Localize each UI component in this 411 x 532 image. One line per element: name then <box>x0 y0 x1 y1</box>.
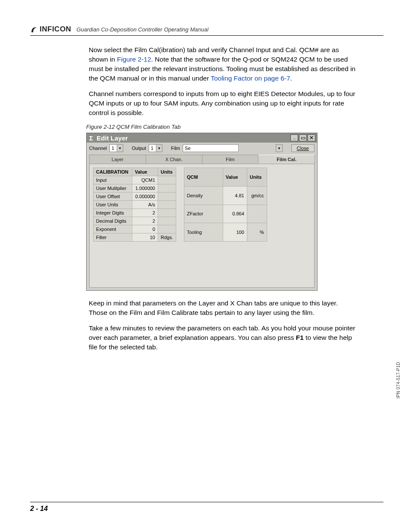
table-row: Exponent0 <box>93 225 176 233</box>
manual-title: Guardian Co-Deposition Controller Operat… <box>76 26 208 33</box>
table-row: User Mulitplier1.000000 <box>93 184 176 193</box>
titlebar: Σ Edit Layer _ ▭ ✕ <box>87 133 317 143</box>
table-row: User Offset0.000000 <box>93 193 176 201</box>
channel-combo[interactable]: 1 ▼ <box>109 144 123 152</box>
tab-film-cal[interactable]: Film Cal. <box>258 155 315 164</box>
chevron-down-icon: ▼ <box>117 145 123 152</box>
paragraph-4: Take a few minutes to review the paramet… <box>89 324 356 352</box>
table-row: Density4.81gm/cc <box>184 186 267 205</box>
table-row: ZFactor0.864 <box>184 205 267 223</box>
col-value: Value <box>223 168 247 187</box>
paragraph-1: Now select the Film Cal(ibration) tab an… <box>89 45 356 83</box>
film-label: Film <box>171 146 180 151</box>
calibration-table: CALIBRATION Value Units InputQCM1 User M… <box>93 168 176 242</box>
figure-caption: Figure 2-12 QCM Film Calibration Tab <box>86 124 383 130</box>
f1-key: F1 <box>296 334 304 341</box>
tab-x-chan[interactable]: X Chan. <box>146 155 202 164</box>
paragraph-3: Keep in mind that parameters on the Laye… <box>89 299 356 317</box>
ipn-code: IPN 074-517-P1D <box>396 362 401 398</box>
tab-film[interactable]: Film <box>202 155 259 164</box>
table-row: User UnitsA/s <box>93 201 176 209</box>
film-dropdown[interactable]: ▼ <box>276 144 283 152</box>
tab-layer[interactable]: Layer <box>89 155 146 164</box>
output-combo[interactable]: 1 ▼ <box>149 144 162 152</box>
dialog-toolbar: Channel 1 ▼ Output 1 ▼ Film Se ▼ Close <box>87 143 317 154</box>
col-value: Value <box>132 168 158 176</box>
link-tooling-factor[interactable]: Tooling Factor on page 6-7 <box>211 75 290 82</box>
table-row: Decimal Digits2 <box>93 217 176 225</box>
channel-label: Channel <box>89 146 107 151</box>
close-window-button[interactable]: ✕ <box>308 134 315 141</box>
titlebar-title: Edit Layer <box>97 134 128 142</box>
table-row: Tooling100% <box>184 223 267 242</box>
output-label: Output <box>132 146 146 151</box>
table-row: InputQCM1 <box>93 176 176 184</box>
titlebar-sigma: Σ <box>89 134 93 142</box>
chevron-down-icon: ▼ <box>156 145 162 152</box>
minimize-button[interactable]: _ <box>290 134 298 141</box>
tab-body: CALIBRATION Value Units InputQCM1 User M… <box>89 164 314 288</box>
tab-strip: Layer X Chan. Film Film Cal. <box>87 154 317 164</box>
table-row: Integer Digits2 <box>93 209 176 217</box>
page-header: INFICON Guardian Co-Deposition Controlle… <box>30 25 383 36</box>
chevron-down-icon: ▼ <box>276 145 282 152</box>
col-calibration: CALIBRATION <box>93 168 132 176</box>
col-qcm: QCM <box>184 168 223 187</box>
maximize-button[interactable]: ▭ <box>299 134 307 141</box>
paragraph-2: Channel numbers correspond to inputs fro… <box>89 89 356 118</box>
close-button[interactable]: Close <box>291 144 314 152</box>
qcm-table: QCM Value Units Density4.81gm/cc ZFactor… <box>184 168 267 242</box>
link-figure-2-12[interactable]: Figure 2-12 <box>117 56 151 63</box>
table-row: Filter10Rdgs. <box>93 233 176 242</box>
col-units: Units <box>158 168 176 176</box>
brand-logo: INFICON <box>30 25 71 34</box>
brand-text: INFICON <box>40 25 71 34</box>
edit-layer-dialog: Σ Edit Layer _ ▭ ✕ Channel 1 ▼ Output 1 … <box>86 133 318 291</box>
col-units: Units <box>247 168 267 187</box>
film-input[interactable]: Se <box>183 144 239 152</box>
inficon-icon <box>30 25 38 33</box>
page-number: 2 - 14 <box>30 502 383 513</box>
